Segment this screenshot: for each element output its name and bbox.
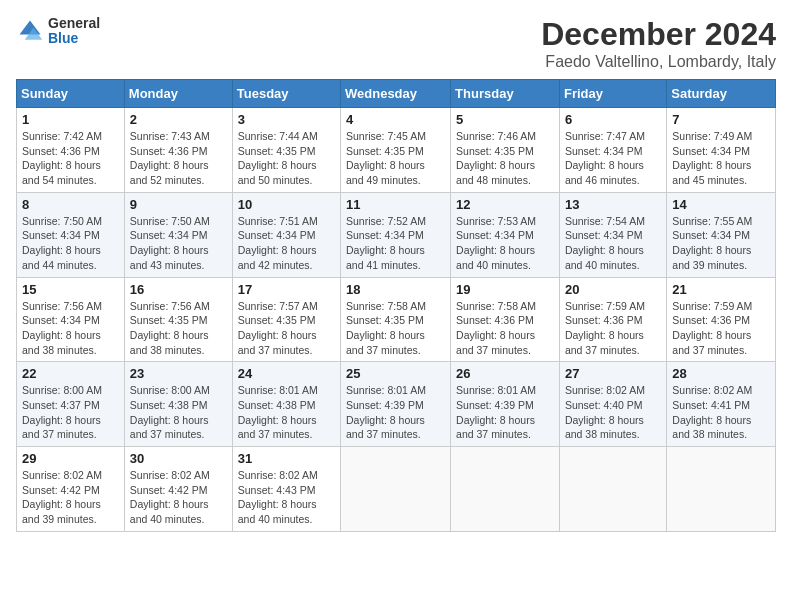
calendar-day-12: 12Sunrise: 7:53 AMSunset: 4:34 PMDayligh… [451,192,560,277]
day-number: 8 [22,197,119,212]
day-number: 14 [672,197,770,212]
logo-text: General Blue [48,16,100,47]
day-detail: Sunrise: 8:02 AMSunset: 4:41 PMDaylight:… [672,383,770,442]
calendar-day-5: 5Sunrise: 7:46 AMSunset: 4:35 PMDaylight… [451,108,560,193]
day-detail: Sunrise: 8:02 AMSunset: 4:43 PMDaylight:… [238,468,335,527]
day-number: 30 [130,451,227,466]
calendar-day-11: 11Sunrise: 7:52 AMSunset: 4:34 PMDayligh… [341,192,451,277]
calendar-table: SundayMondayTuesdayWednesdayThursdayFrid… [16,79,776,532]
day-number: 31 [238,451,335,466]
calendar-header-row: SundayMondayTuesdayWednesdayThursdayFrid… [17,80,776,108]
calendar-day-1: 1Sunrise: 7:42 AMSunset: 4:36 PMDaylight… [17,108,125,193]
calendar-day-6: 6Sunrise: 7:47 AMSunset: 4:34 PMDaylight… [559,108,666,193]
day-number: 7 [672,112,770,127]
weekday-header-tuesday: Tuesday [232,80,340,108]
calendar-day-17: 17Sunrise: 7:57 AMSunset: 4:35 PMDayligh… [232,277,340,362]
day-detail: Sunrise: 7:43 AMSunset: 4:36 PMDaylight:… [130,129,227,188]
day-number: 21 [672,282,770,297]
day-number: 27 [565,366,661,381]
day-detail: Sunrise: 7:51 AMSunset: 4:34 PMDaylight:… [238,214,335,273]
day-detail: Sunrise: 7:59 AMSunset: 4:36 PMDaylight:… [565,299,661,358]
day-detail: Sunrise: 7:59 AMSunset: 4:36 PMDaylight:… [672,299,770,358]
calendar-day-10: 10Sunrise: 7:51 AMSunset: 4:34 PMDayligh… [232,192,340,277]
calendar-day-28: 28Sunrise: 8:02 AMSunset: 4:41 PMDayligh… [667,362,776,447]
day-number: 12 [456,197,554,212]
calendar-day-3: 3Sunrise: 7:44 AMSunset: 4:35 PMDaylight… [232,108,340,193]
day-number: 24 [238,366,335,381]
day-detail: Sunrise: 8:02 AMSunset: 4:42 PMDaylight:… [130,468,227,527]
calendar-week-4: 22Sunrise: 8:00 AMSunset: 4:37 PMDayligh… [17,362,776,447]
day-detail: Sunrise: 7:42 AMSunset: 4:36 PMDaylight:… [22,129,119,188]
day-detail: Sunrise: 7:56 AMSunset: 4:34 PMDaylight:… [22,299,119,358]
empty-cell [667,447,776,532]
day-detail: Sunrise: 7:53 AMSunset: 4:34 PMDaylight:… [456,214,554,273]
calendar-day-14: 14Sunrise: 7:55 AMSunset: 4:34 PMDayligh… [667,192,776,277]
day-detail: Sunrise: 8:02 AMSunset: 4:42 PMDaylight:… [22,468,119,527]
day-detail: Sunrise: 7:50 AMSunset: 4:34 PMDaylight:… [22,214,119,273]
day-number: 6 [565,112,661,127]
day-number: 5 [456,112,554,127]
calendar-day-16: 16Sunrise: 7:56 AMSunset: 4:35 PMDayligh… [124,277,232,362]
calendar-day-7: 7Sunrise: 7:49 AMSunset: 4:34 PMDaylight… [667,108,776,193]
calendar-week-2: 8Sunrise: 7:50 AMSunset: 4:34 PMDaylight… [17,192,776,277]
calendar-week-1: 1Sunrise: 7:42 AMSunset: 4:36 PMDaylight… [17,108,776,193]
calendar-day-8: 8Sunrise: 7:50 AMSunset: 4:34 PMDaylight… [17,192,125,277]
empty-cell [341,447,451,532]
day-number: 28 [672,366,770,381]
day-number: 1 [22,112,119,127]
calendar-day-31: 31Sunrise: 8:02 AMSunset: 4:43 PMDayligh… [232,447,340,532]
day-detail: Sunrise: 7:52 AMSunset: 4:34 PMDaylight:… [346,214,445,273]
calendar-day-23: 23Sunrise: 8:00 AMSunset: 4:38 PMDayligh… [124,362,232,447]
calendar-day-18: 18Sunrise: 7:58 AMSunset: 4:35 PMDayligh… [341,277,451,362]
day-detail: Sunrise: 7:50 AMSunset: 4:34 PMDaylight:… [130,214,227,273]
day-detail: Sunrise: 8:00 AMSunset: 4:38 PMDaylight:… [130,383,227,442]
calendar-day-20: 20Sunrise: 7:59 AMSunset: 4:36 PMDayligh… [559,277,666,362]
weekday-header-wednesday: Wednesday [341,80,451,108]
page-header: General Blue December 2024 Faedo Valtell… [16,16,776,71]
day-number: 20 [565,282,661,297]
day-detail: Sunrise: 8:02 AMSunset: 4:40 PMDaylight:… [565,383,661,442]
calendar-day-2: 2Sunrise: 7:43 AMSunset: 4:36 PMDaylight… [124,108,232,193]
calendar-day-26: 26Sunrise: 8:01 AMSunset: 4:39 PMDayligh… [451,362,560,447]
day-detail: Sunrise: 7:49 AMSunset: 4:34 PMDaylight:… [672,129,770,188]
location-title: Faedo Valtellino, Lombardy, Italy [541,53,776,71]
day-detail: Sunrise: 8:01 AMSunset: 4:39 PMDaylight:… [456,383,554,442]
calendar-day-24: 24Sunrise: 8:01 AMSunset: 4:38 PMDayligh… [232,362,340,447]
title-block: December 2024 Faedo Valtellino, Lombardy… [541,16,776,71]
day-detail: Sunrise: 7:54 AMSunset: 4:34 PMDaylight:… [565,214,661,273]
day-number: 17 [238,282,335,297]
day-number: 11 [346,197,445,212]
calendar-day-25: 25Sunrise: 8:01 AMSunset: 4:39 PMDayligh… [341,362,451,447]
weekday-header-monday: Monday [124,80,232,108]
month-title: December 2024 [541,16,776,53]
day-number: 13 [565,197,661,212]
day-number: 10 [238,197,335,212]
calendar-week-5: 29Sunrise: 8:02 AMSunset: 4:42 PMDayligh… [17,447,776,532]
logo-icon [16,17,44,45]
day-number: 15 [22,282,119,297]
day-number: 29 [22,451,119,466]
day-detail: Sunrise: 7:57 AMSunset: 4:35 PMDaylight:… [238,299,335,358]
day-detail: Sunrise: 7:58 AMSunset: 4:35 PMDaylight:… [346,299,445,358]
weekday-header-thursday: Thursday [451,80,560,108]
day-detail: Sunrise: 7:56 AMSunset: 4:35 PMDaylight:… [130,299,227,358]
day-number: 26 [456,366,554,381]
calendar-day-13: 13Sunrise: 7:54 AMSunset: 4:34 PMDayligh… [559,192,666,277]
calendar-day-21: 21Sunrise: 7:59 AMSunset: 4:36 PMDayligh… [667,277,776,362]
weekday-header-saturday: Saturday [667,80,776,108]
calendar-day-9: 9Sunrise: 7:50 AMSunset: 4:34 PMDaylight… [124,192,232,277]
day-number: 16 [130,282,227,297]
calendar-day-22: 22Sunrise: 8:00 AMSunset: 4:37 PMDayligh… [17,362,125,447]
logo: General Blue [16,16,100,47]
empty-cell [451,447,560,532]
day-detail: Sunrise: 8:00 AMSunset: 4:37 PMDaylight:… [22,383,119,442]
day-detail: Sunrise: 8:01 AMSunset: 4:39 PMDaylight:… [346,383,445,442]
day-detail: Sunrise: 7:55 AMSunset: 4:34 PMDaylight:… [672,214,770,273]
weekday-header-sunday: Sunday [17,80,125,108]
day-number: 3 [238,112,335,127]
calendar-day-30: 30Sunrise: 8:02 AMSunset: 4:42 PMDayligh… [124,447,232,532]
calendar-day-19: 19Sunrise: 7:58 AMSunset: 4:36 PMDayligh… [451,277,560,362]
calendar-day-29: 29Sunrise: 8:02 AMSunset: 4:42 PMDayligh… [17,447,125,532]
day-number: 19 [456,282,554,297]
calendar-day-27: 27Sunrise: 8:02 AMSunset: 4:40 PMDayligh… [559,362,666,447]
